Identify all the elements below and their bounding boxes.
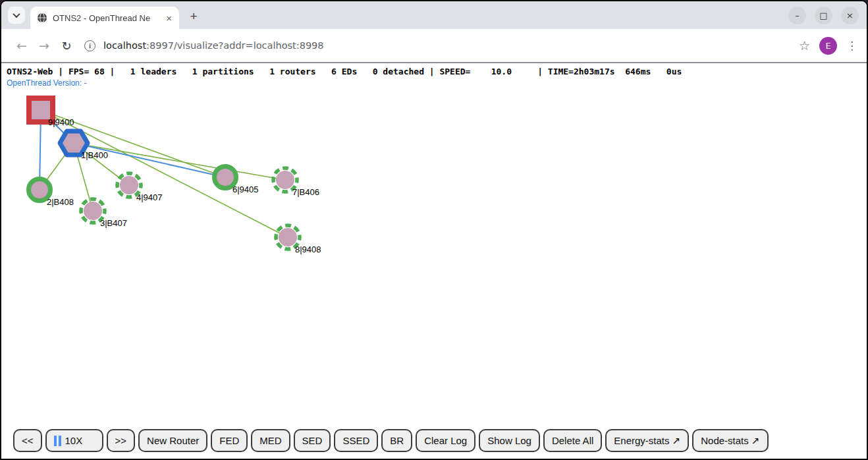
url-text: localhost:8997/visualize?addr=localhost:… bbox=[103, 40, 324, 51]
button-label: FED bbox=[219, 435, 239, 446]
pause-icon bbox=[54, 436, 61, 446]
br-button[interactable]: BR bbox=[381, 429, 412, 452]
button-label: Clear Log bbox=[424, 435, 467, 446]
fed-button[interactable]: FED bbox=[211, 429, 248, 452]
button-label: MED bbox=[259, 435, 281, 446]
page-content: OTNS2-Web | FPS= 68 | 1 leaders 1 partit… bbox=[1, 63, 867, 459]
node-label-8: 8|9408 bbox=[295, 244, 321, 254]
node-label-3: 3|B407 bbox=[100, 218, 127, 228]
button-label: Node-stats ↗ bbox=[701, 435, 759, 447]
browser-tab[interactable]: OTNS2 - OpenThread Ne × bbox=[30, 7, 179, 29]
delete-all-button[interactable]: Delete All bbox=[543, 429, 602, 452]
ssed-button[interactable]: SSED bbox=[334, 429, 378, 452]
button-label: >> bbox=[115, 435, 127, 446]
med-button[interactable]: MED bbox=[251, 429, 290, 452]
window-close-button[interactable]: × bbox=[841, 7, 859, 24]
button-label: << bbox=[22, 435, 34, 446]
button-label: Delete All bbox=[552, 435, 593, 446]
openthread-version-link[interactable]: OpenThread Version: - bbox=[7, 78, 86, 88]
address-bar[interactable]: i localhost:8997/visualize?addr=localhos… bbox=[84, 40, 790, 51]
reload-button[interactable]: ↻ bbox=[55, 39, 78, 53]
chevron-down-icon bbox=[13, 11, 20, 18]
network-graph-canvas[interactable]: 9|94001|B4002|B4083|B4074|94076|94057|B4… bbox=[1, 63, 867, 459]
browser-navbar: ← → ↻ i localhost:8997/visualize?addr=lo… bbox=[1, 29, 867, 63]
show-log-button[interactable]: Show Log bbox=[479, 429, 540, 452]
back-button[interactable]: ← bbox=[11, 38, 33, 53]
node-label-2: 2|B408 bbox=[47, 197, 74, 207]
clear-log-button[interactable]: Clear Log bbox=[416, 429, 475, 452]
window-controls: – □ × bbox=[788, 7, 859, 24]
new-router-button[interactable]: New Router bbox=[138, 429, 207, 452]
node-label-4: 4|9407 bbox=[136, 192, 163, 202]
new-tab-button[interactable]: + bbox=[184, 7, 203, 26]
simulator-status: OTNS2-Web | FPS= 68 | 1 leaders 1 partit… bbox=[7, 67, 682, 88]
graph-edge-1-7 bbox=[74, 143, 285, 180]
tab-strip: OTNS2 - OpenThread Ne × + – □ × bbox=[1, 1, 867, 29]
url-host: localhost bbox=[103, 40, 146, 51]
button-label: New Router bbox=[147, 435, 199, 446]
window-minimize-button[interactable]: – bbox=[788, 7, 806, 24]
url-path: :8997/visualize?addr=localhost:8998 bbox=[146, 40, 323, 51]
browser-window: OTNS2 - OpenThread Ne × + – □ × ← → ↻ i … bbox=[0, 0, 868, 460]
window-maximize-button[interactable]: □ bbox=[815, 7, 832, 24]
profile-avatar[interactable]: E bbox=[819, 37, 837, 55]
button-label: 10X bbox=[65, 435, 83, 446]
node-stats-button[interactable]: Node-stats ↗ bbox=[692, 429, 768, 452]
speed-button[interactable]: 10X bbox=[45, 429, 103, 452]
status-line: OTNS2-Web | FPS= 68 | 1 leaders 1 partit… bbox=[7, 67, 682, 76]
tab-search-button[interactable] bbox=[8, 7, 25, 24]
node-label-9: 9|9400 bbox=[48, 117, 74, 127]
node-label-7: 7|B406 bbox=[292, 187, 319, 197]
energy-stats-button[interactable]: Energy-stats ↗ bbox=[605, 429, 689, 452]
step-forward-button[interactable]: >> bbox=[107, 429, 136, 452]
tab-title: OTNS2 - OpenThread Ne bbox=[53, 13, 164, 23]
step-back-button[interactable]: << bbox=[13, 429, 42, 452]
tab-close-icon[interactable]: × bbox=[164, 13, 174, 24]
browser-menu-icon[interactable]: ⋮ bbox=[846, 39, 857, 52]
simulator-toolbar: <<10X>>New RouterFEDMEDSEDSSEDBRClear Lo… bbox=[13, 429, 769, 452]
button-label: SED bbox=[302, 435, 323, 446]
node-label-6: 6|9405 bbox=[232, 185, 259, 194]
button-label: Energy-stats ↗ bbox=[614, 435, 680, 447]
site-info-icon[interactable]: i bbox=[84, 40, 95, 51]
bookmark-star-icon[interactable]: ☆ bbox=[799, 38, 810, 53]
forward-button[interactable]: → bbox=[33, 38, 55, 53]
node-label-1: 1|B400 bbox=[81, 150, 108, 160]
sed-button[interactable]: SED bbox=[294, 429, 331, 452]
button-label: Show Log bbox=[487, 435, 531, 446]
button-label: BR bbox=[390, 435, 404, 446]
tab-favicon-globe-icon bbox=[37, 13, 47, 23]
button-label: SSED bbox=[342, 435, 369, 446]
